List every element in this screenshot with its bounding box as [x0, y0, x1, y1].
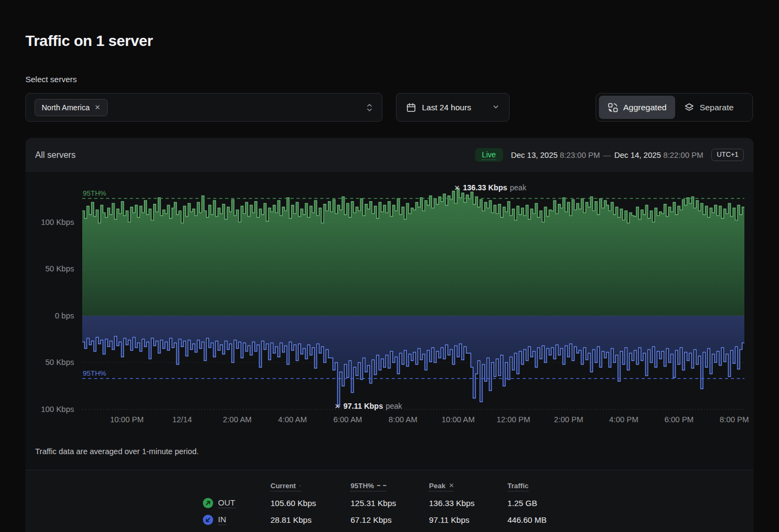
x-tick: 12:00 PM: [497, 415, 530, 424]
x-tick: 2:00 PM: [554, 415, 583, 424]
x-tick: 10:00 PM: [110, 415, 143, 424]
cross-icon: ✕: [448, 482, 454, 489]
toggle-separate-label: Separate: [699, 103, 734, 112]
x-tick: 4:00 AM: [278, 415, 307, 424]
p95-out-label: 95TH%: [83, 189, 107, 197]
row-out-label: OUT: [203, 495, 270, 511]
dashes-icon: [377, 485, 386, 486]
out-95th: 125.31 Kbps: [351, 495, 429, 511]
server-tag[interactable]: North America ✕: [35, 99, 108, 116]
in-peak: 97.11 Kbps: [429, 511, 507, 528]
server-select-input[interactable]: North America ✕: [25, 93, 382, 122]
panel-header: All servers Live Dec 13, 2025 8:23:00 PM…: [25, 138, 754, 172]
in-traffic: 446.60 MB: [507, 511, 754, 528]
traffic-panel: All servers Live Dec 13, 2025 8:23:00 PM…: [25, 138, 754, 532]
svg-text:97.11 Kbpspeak: 97.11 Kbpspeak: [344, 402, 403, 410]
server-tag-label: North America: [42, 103, 90, 112]
out-peak: 136.33 Kbps: [429, 495, 507, 511]
stats-section: Current· 95TH% Peak✕ Traffic OUT 105.60 …: [25, 470, 754, 532]
live-badge[interactable]: Live: [475, 148, 503, 162]
toggle-separate[interactable]: Separate: [675, 96, 742, 119]
toggle-aggregated-label: Aggregated: [623, 103, 666, 112]
y-tick-100-out: 100 Kbps: [41, 218, 74, 227]
in-direction-icon: [203, 515, 213, 525]
col-traffic: Traffic: [507, 478, 754, 495]
out-current: 105.60 Kbps: [270, 495, 351, 511]
p95-in-label: 95TH%: [83, 369, 107, 377]
col-peak: Peak✕: [429, 478, 507, 495]
row-in-label: IN: [203, 511, 270, 528]
date-range-label: Last 24 hours: [422, 103, 471, 112]
select-servers-label: Select servers: [25, 75, 77, 84]
x-tick: 8:00 PM: [719, 415, 749, 424]
col-current: Current·: [270, 478, 351, 495]
peak-marker-out: ✕ 136.33 Kbpspeak: [454, 183, 527, 192]
chevron-down-icon: [492, 103, 499, 112]
updown-chevron-icon[interactable]: [366, 102, 373, 113]
y-tick-50-out: 50 Kbps: [45, 264, 74, 273]
col-95th: 95TH%: [351, 478, 429, 495]
peak-cross-icon: ✕: [454, 184, 460, 192]
y-tick-50-in: 50 Kbps: [45, 358, 74, 367]
layers-icon: [684, 102, 695, 113]
x-tick: 8:00 AM: [388, 415, 417, 424]
x-tick: 12/14: [172, 415, 192, 424]
date-range-button[interactable]: Last 24 hours: [396, 93, 510, 122]
panel-title: All servers: [35, 150, 76, 160]
toggle-aggregated[interactable]: Aggregated: [599, 96, 675, 119]
in-current: 28.81 Kbps: [270, 511, 351, 528]
peak-marker-in: ✕ 97.11 Kbpspeak: [334, 402, 402, 410]
peak-cross-icon: ✕: [334, 402, 340, 410]
remove-tag-icon[interactable]: ✕: [95, 103, 101, 111]
out-traffic: 1.25 GB: [507, 495, 754, 511]
dot-icon: ·: [299, 482, 301, 489]
date-range-text: Dec 13, 2025 8:23:00 PM — Dec 14, 2025 8…: [511, 151, 704, 159]
y-tick-0: 0 bps: [55, 311, 74, 320]
x-tick: 4:00 PM: [609, 415, 638, 424]
traffic-dashboard: Traffic on 1 server Select servers North…: [0, 0, 779, 532]
x-tick: 2:00 AM: [223, 415, 252, 424]
page-title: Traffic on 1 server: [25, 32, 153, 50]
out-direction-icon: [203, 498, 213, 508]
averaging-note: Traffic data are averaged over 1-minute …: [35, 447, 199, 456]
traffic-chart[interactable]: 100 Kbps 50 Kbps 0 bps 50 Kbps 100 Kbps …: [25, 172, 754, 442]
y-tick-100-in: 100 Kbps: [41, 405, 74, 414]
view-mode-toggle: Aggregated Separate: [596, 93, 753, 122]
x-tick: 10:00 AM: [441, 415, 474, 424]
svg-text:136.33 Kbpspeak: 136.33 Kbpspeak: [463, 183, 527, 192]
calendar-icon: [406, 103, 416, 112]
in-95th: 67.12 Kbps: [351, 511, 429, 528]
timezone-badge[interactable]: UTC+1: [711, 149, 744, 161]
x-tick: 6:00 AM: [333, 415, 362, 424]
aggregate-icon: [608, 102, 618, 113]
x-tick: 6:00 PM: [664, 415, 694, 424]
